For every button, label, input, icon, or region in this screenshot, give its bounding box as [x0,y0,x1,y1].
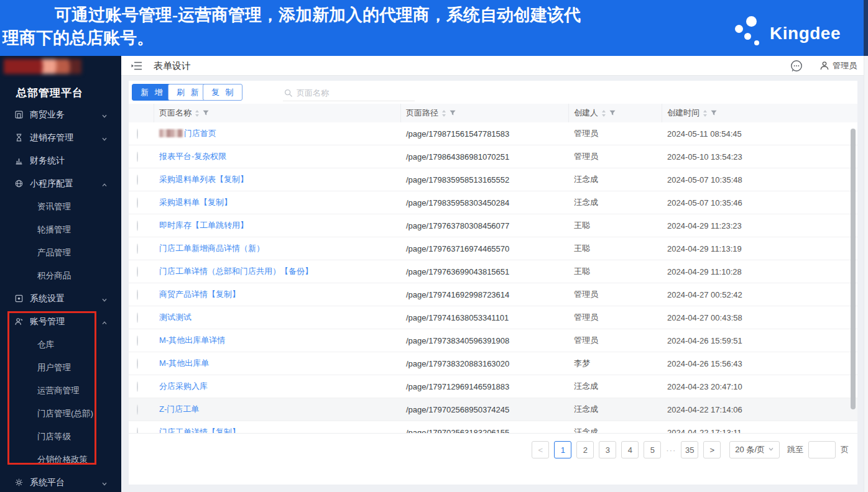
page-name-link[interactable]: 门店工单详情（总部和门店共用）【备份】 [159,266,313,276]
page-name-link[interactable]: 采购退料单列表【复制】 [159,175,248,184]
page-ellipsis[interactable]: ··· [666,445,676,455]
page-name-link[interactable]: 即时库存【工单跳转用】 [159,221,248,230]
page-name-link[interactable]: 报表平台-复杂权限 [159,152,226,161]
chevron-up-icon [101,180,108,190]
page-number-button[interactable]: 1 [554,441,571,458]
row-radio[interactable] [137,381,138,392]
row-radio[interactable] [137,198,138,208]
page-name-link[interactable]: M-其他出库单 [159,358,209,368]
sidebar-item-label: 商贸业务 [30,109,65,121]
sidebar-subitem[interactable]: 运营商管理 [0,379,121,402]
row-radio[interactable] [137,335,138,346]
sort-icon[interactable] [703,110,708,117]
pagination: <12345···35>20 条/页跳至页 [532,441,849,458]
page-number-button[interactable]: 2 [576,441,594,458]
column-header[interactable]: 创建人 [569,104,662,122]
row-radio[interactable] [137,175,138,185]
chevron-down-icon [768,446,774,453]
row-radio[interactable] [137,404,138,415]
next-page-button[interactable]: > [703,441,721,458]
sidebar-item[interactable]: 账号管理 [0,310,121,333]
page-name-link[interactable]: Z-门店工单 [159,404,199,414]
page-path: /page/179763780308456077 [401,221,569,230]
create-time: 2024-04-27 00:52:42 [662,290,765,299]
filter-funnel-icon[interactable] [203,109,209,118]
sidebar-subitem[interactable]: 仓库 [0,333,121,356]
filter-funnel-icon[interactable] [450,109,456,118]
row-radio[interactable] [137,312,138,323]
page-name-link[interactable]: 采购退料单【复制】 [159,198,232,207]
sidebar-item[interactable]: 系统设置 [0,287,121,310]
menu-fold-icon[interactable] [131,61,142,71]
filter-funnel-icon[interactable] [711,109,717,118]
table-scrollbar-thumb[interactable] [851,129,856,409]
page-name-link[interactable]: M-其他出库单详情 [159,335,225,345]
row-radio[interactable] [137,129,138,139]
page-path: /page/179702568950374245 [401,405,569,414]
sidebar-subitem[interactable]: 用户管理 [0,356,121,379]
prev-page-button[interactable]: < [532,441,549,458]
page-number-button[interactable]: 3 [599,441,616,458]
page-name-link[interactable]: 门店首页 [159,129,216,138]
row-radio[interactable] [137,244,138,254]
page-size-select[interactable]: 20 条/页 [729,441,780,458]
row-radio[interactable] [137,358,138,369]
row-radio[interactable] [137,289,138,300]
sidebar-item[interactable]: 进销存管理 [0,126,121,149]
column-header[interactable]: 页面路径 [401,104,569,122]
create-time: 2024-04-26 15:56:43 [662,359,765,368]
sidebar-item-label: 积分商品 [37,270,71,281]
sidebar-item-label: 资讯管理 [37,201,71,212]
message-icon[interactable] [790,59,803,73]
censored-text [159,129,183,137]
table-row: 即时库存【工单跳转用】 /page/179763780308456077 王聪 … [129,214,857,237]
page-path: /page/179763699043815651 [401,267,569,276]
table-row: 分店采购入库 /page/179712969146591883 汪念成 2024… [129,375,857,398]
shop-icon [15,111,24,119]
row-radio[interactable] [137,152,138,162]
page-name-link[interactable]: 分店采购入库 [159,381,208,391]
sidebar-subitem[interactable]: 产品管理 [0,241,121,264]
creator: 管理员 [569,289,662,300]
page-name-link[interactable]: 门店工单新增商品详情（新） [159,244,264,253]
jump-page-input[interactable] [808,441,836,458]
sidebar-subitem[interactable]: 门店等级 [0,425,121,448]
column-header[interactable]: 创建时间 [662,104,765,122]
page-number-button[interactable]: 4 [621,441,639,458]
sidebar-item-label: 轮播管理 [37,224,71,235]
page-name-link[interactable]: 门店工单详情【复制】 [159,427,240,433]
sidebar-subitem[interactable]: 分销价格政策 [0,448,121,471]
search-input[interactable] [297,88,402,98]
sidebar-item[interactable]: 商贸业务 [0,103,121,126]
filter-funnel-icon[interactable] [609,109,616,118]
table-footer: <12345···35>20 条/页跳至页 [129,433,857,485]
window-scrollbar-top [864,0,868,56]
row-radio[interactable] [137,427,138,434]
user-menu[interactable]: 管理员 [820,60,857,71]
create-time: 2024-04-29 11:23:23 [662,221,765,230]
row-radio[interactable] [137,221,138,231]
banner-line2: 理商下的总店账号。 [2,27,724,50]
page-name-link[interactable]: 测试测试 [159,312,192,322]
refresh-button[interactable]: 刷 新 [168,84,208,101]
row-radio[interactable] [137,266,138,277]
settings-icon [15,294,24,303]
sort-icon[interactable] [441,110,446,117]
sidebar-subitem[interactable]: 积分商品 [0,264,121,287]
column-header[interactable]: 页面名称 [154,104,401,122]
sort-icon[interactable] [195,110,200,117]
last-page-button[interactable]: 35 [681,441,698,458]
sidebar-subitem[interactable]: 资讯管理 [0,195,121,218]
page-number-button[interactable]: 5 [644,441,661,458]
sidebar-item[interactable]: 财务统计 [0,149,121,172]
sidebar-subitem[interactable]: 门店管理(总部) [0,402,121,425]
sort-icon[interactable] [601,110,606,117]
sidebar-subitem[interactable]: 轮播管理 [0,218,121,241]
window-scrollbar[interactable] [864,56,868,492]
add-button[interactable]: 新 增 [132,84,172,101]
sidebar-item[interactable]: 小程序配置 [0,172,121,195]
sidebar-item[interactable]: 系统平台 [0,471,121,492]
account-icon [15,317,24,326]
page-name-link[interactable]: 商贸产品详情【复制】 [159,289,240,299]
copy-button[interactable]: 复 制 [203,84,242,101]
